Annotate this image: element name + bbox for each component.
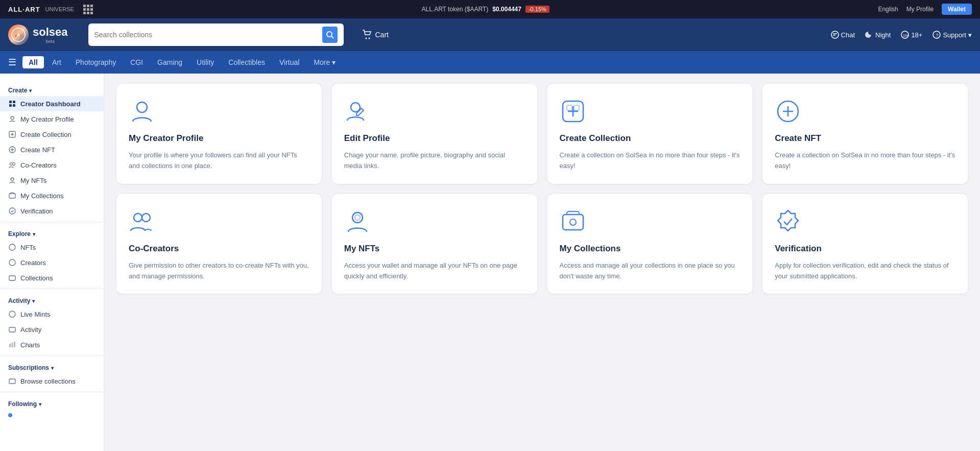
charts-icon [8,341,16,349]
token-label: ALL.ART token ($AART) [421,6,488,13]
cat-virtual[interactable]: Virtual [273,56,305,68]
my-profile-link[interactable]: My Profile [906,6,934,13]
sidebar-subscriptions-section[interactable]: Subscriptions ▾ [0,359,104,373]
cart-label: Cart [375,31,389,39]
cat-collectibles[interactable]: Collectibles [222,56,271,68]
svg-rect-12 [13,101,15,103]
sidebar-item-notification[interactable] [0,410,104,421]
cat-gaming[interactable]: Gaming [151,56,188,68]
sidebar-divider-4 [0,392,104,392]
verification-icon [8,207,16,215]
svg-point-38 [134,213,142,222]
allart-logo: ALL·ART [8,6,40,13]
card-my-creator-profile[interactable]: My Creator Profile Your profile is where… [116,84,322,184]
sidebar-item-co-creators[interactable]: Co-Creators [0,157,104,173]
svg-rect-29 [12,343,13,347]
support-menu[interactable]: ? Support ▾ [933,31,972,39]
cat-cgi[interactable]: CGI [124,56,149,68]
sidebar-label-my-collections: My Collections [20,192,64,200]
cards-grid: My Creator Profile Your profile is where… [116,84,968,294]
beta-label: beta [33,39,68,44]
sidebar-item-browse-collections[interactable]: Browse collections [0,373,104,389]
card-create-collection[interactable]: Create Collection Create a collection on… [547,84,753,184]
svg-point-39 [142,213,150,222]
card-desc-edit-profile: Chage your name, profile picture, biogra… [344,150,525,172]
card-edit-profile[interactable]: Edit Profile Chage your name, profile pi… [332,84,537,184]
subscriptions-chevron: ▾ [51,365,54,371]
search-input[interactable] [94,31,319,39]
card-title-create-nft: Create NFT [775,133,955,144]
card-my-nfts[interactable]: My NFTs Access your wallet and manage al… [332,194,537,294]
sidebar-item-create-nft[interactable]: Create NFT [0,142,104,157]
card-verification[interactable]: Verification Apply for collection verifi… [762,194,968,294]
card-icon-verification [775,208,801,235]
night-toggle[interactable]: Night [865,31,891,39]
wallet-button[interactable]: Wallet [942,4,972,15]
cat-photography[interactable]: Photography [69,56,122,68]
sidebar: Create ▾ Creator Dashboard My Creator Pr… [0,74,104,451]
svg-rect-27 [9,327,15,332]
sidebar-item-collections[interactable]: Collections [0,270,104,286]
card-icon-create-nft [775,98,801,125]
top-bar-center: ALL.ART token ($AART) $0.004447 -0.15% [421,6,549,13]
svg-point-24 [9,259,15,266]
card-co-creators[interactable]: Co-Creators Give permission to other cre… [116,194,322,294]
hamburger-icon[interactable]: ☰ [8,57,16,68]
cat-utility[interactable]: Utility [190,56,220,68]
svg-rect-11 [9,101,12,103]
sidebar-activity-section[interactable]: Activity ▾ [0,292,104,306]
search-button[interactable] [322,27,337,43]
following-label: Following [8,400,37,408]
main-layout: Create ▾ Creator Dashboard My Creator Pr… [0,74,980,451]
sidebar-item-creator-dashboard[interactable]: Creator Dashboard [0,96,104,111]
sidebar-item-verification[interactable]: Verification [0,203,104,219]
logo-area: solsea beta [8,25,68,45]
card-my-collections[interactable]: My Collections Access and manage all you… [547,194,753,294]
svg-point-41 [355,215,360,220]
cat-all[interactable]: All [22,56,44,68]
age-toggle[interactable]: 18+ 18+ [901,31,922,39]
card-create-nft[interactable]: Create NFT Create a collection on SolSea… [762,84,968,184]
svg-point-19 [13,163,15,165]
card-icon-create-collection [560,98,586,125]
top-bar-left: ALL·ART UNIVERSE [8,5,93,14]
svg-rect-36 [574,105,579,110]
sidebar-create-section[interactable]: Create ▾ [0,82,104,96]
card-desc-co-creators: Give permission to other creators to co-… [129,260,309,282]
chat-link[interactable]: Chat [831,31,855,39]
sidebar-label-my-creator-profile: My Creator Profile [20,115,74,123]
sidebar-item-my-collections[interactable]: My Collections [0,188,104,203]
svg-line-3 [331,36,333,38]
sidebar-item-activity[interactable]: Activity [0,322,104,337]
svg-point-23 [9,244,15,250]
sidebar-item-live-mints[interactable]: Live Mints [0,306,104,322]
sidebar-explore-section[interactable]: Explore ▾ [0,225,104,240]
sidebar-item-create-collection[interactable]: Create Collection [0,127,104,142]
search-bar [88,23,344,46]
sidebar-label-activity: Activity [20,326,41,334]
sidebar-divider-2 [0,289,104,289]
my-nfts-icon [8,176,16,184]
svg-point-18 [10,163,13,165]
cat-more[interactable]: More ▾ [307,56,342,68]
card-icon-my-nfts [344,208,371,235]
svg-point-15 [11,116,14,120]
create-label: Create [8,87,27,94]
grid-icon[interactable] [83,5,93,14]
logo-circle [8,25,29,45]
cart-area[interactable]: Cart [362,30,389,40]
language-selector[interactable]: English [878,6,898,13]
sidebar-item-my-creator-profile[interactable]: My Creator Profile [0,111,104,127]
cat-art[interactable]: Art [46,56,67,68]
sidebar-item-my-nfts[interactable]: My NFTs [0,173,104,188]
sidebar-item-nfts[interactable]: NFTs [0,240,104,255]
svg-point-40 [352,212,363,223]
sidebar-item-creators[interactable]: Creators [0,255,104,270]
sidebar-item-charts[interactable]: Charts [0,337,104,352]
sidebar-following-section[interactable]: Following ▾ [0,395,104,410]
sidebar-label-create-nft: Create NFT [20,146,55,154]
svg-point-32 [137,102,147,112]
browse-icon [8,377,16,385]
sidebar-label-verification: Verification [20,207,53,215]
sidebar-label-creators: Creators [20,259,46,267]
